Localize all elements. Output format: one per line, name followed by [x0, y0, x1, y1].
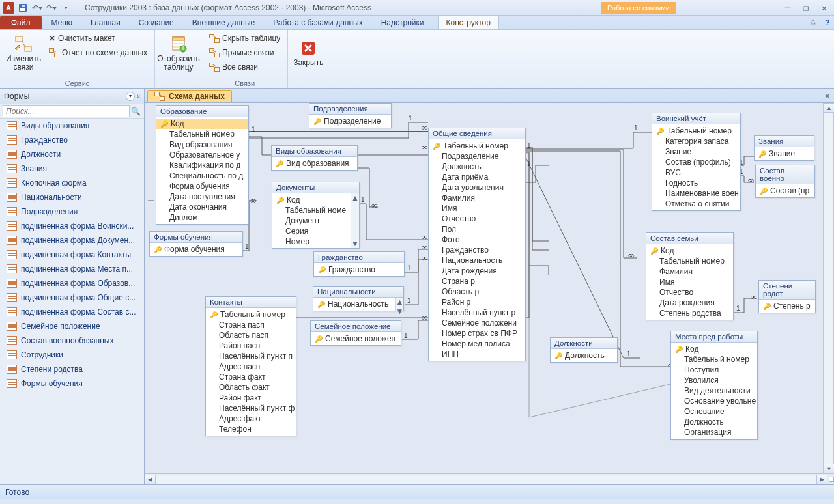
all-relations-button[interactable]: Все связи: [206, 60, 283, 74]
field[interactable]: Населённый пункт ф: [206, 403, 296, 413]
field[interactable]: Дата окончания: [156, 202, 248, 212]
table-documents[interactable]: Документы ▲▼ 🔑КодТабельный номеДокументС…: [272, 182, 360, 249]
field[interactable]: Дата увольнения: [429, 182, 525, 193]
field[interactable]: Уволился: [671, 375, 757, 385]
field[interactable]: Основание увольне: [671, 396, 757, 406]
tab-schema[interactable]: Схема данных: [147, 90, 232, 102]
field[interactable]: Дата приёма: [429, 172, 525, 182]
field[interactable]: 🔑Вид образования: [272, 158, 357, 169]
search-input[interactable]: [3, 105, 130, 117]
field[interactable]: Населённый пункт р: [429, 307, 525, 318]
field[interactable]: Отчество: [646, 287, 733, 298]
tab-close-icon[interactable]: ×: [825, 91, 830, 101]
field[interactable]: Категория запаса: [652, 136, 740, 147]
tab-file[interactable]: Файл: [0, 16, 42, 29]
field[interactable]: Звание: [652, 147, 740, 157]
nav-item[interactable]: подчиненная форма Состав с...: [0, 305, 144, 319]
show-table-button[interactable]: + Отобразить таблицу: [159, 31, 198, 74]
field[interactable]: Имя: [429, 203, 525, 214]
nav-item[interactable]: Должности: [0, 147, 144, 161]
field[interactable]: Должность: [671, 417, 757, 427]
field[interactable]: Дата рождения: [429, 266, 525, 276]
field[interactable]: 🔑Код: [671, 344, 757, 354]
field[interactable]: 🔑Табельный номер: [652, 126, 740, 136]
field[interactable]: Табельный номер: [646, 256, 733, 266]
field[interactable]: Наименование воен: [652, 188, 740, 199]
field[interactable]: Номер: [272, 236, 359, 247]
tab-addins[interactable]: Надстройки: [373, 16, 433, 29]
field[interactable]: Организация: [671, 427, 757, 438]
nav-item[interactable]: Степени родства: [0, 362, 144, 376]
field[interactable]: Серия: [272, 226, 359, 236]
nav-item[interactable]: Состав военнообязанных: [0, 333, 144, 348]
table-edu-types[interactable]: Виды образования 🔑Вид образования: [271, 145, 358, 171]
nav-item[interactable]: Гражданство: [0, 133, 144, 147]
nav-list[interactable]: Виды образованияГражданствоДолжностиЗван…: [0, 119, 144, 484]
undo-icon[interactable]: ↶▾: [31, 2, 43, 14]
nav-item[interactable]: Виды образования: [0, 119, 144, 133]
search-icon[interactable]: 🔍: [130, 107, 141, 116]
table-citizenship[interactable]: Гражданство 🔑Гражданство: [313, 251, 405, 277]
field[interactable]: Район факт: [206, 393, 296, 403]
field[interactable]: 🔑Звание: [755, 148, 814, 159]
field[interactable]: Отчество: [429, 214, 525, 224]
field[interactable]: Адрес пасп: [206, 361, 296, 372]
table-prev-jobs[interactable]: Места пред работы 🔑КодТабельный номерПос…: [670, 331, 758, 440]
table-positions[interactable]: Должности 🔑Должность: [550, 337, 618, 363]
minimize-button[interactable]: ─: [781, 3, 795, 13]
field[interactable]: Пол: [429, 224, 525, 234]
scroll-left-icon[interactable]: ◀: [145, 475, 156, 484]
field[interactable]: Район р: [429, 297, 525, 307]
field[interactable]: Поступил: [671, 365, 757, 375]
relationship-report-button[interactable]: Отчет по схеме данных: [46, 46, 151, 60]
nav-item[interactable]: подчиненная форма Докумен...: [0, 233, 144, 247]
table-contacts[interactable]: Контакты 🔑Табельный номерСтрана паспОбла…: [205, 296, 296, 436]
redo-icon[interactable]: ↷▾: [46, 2, 57, 14]
nav-item[interactable]: Формы обучения: [0, 376, 144, 391]
canvas-hscrollbar[interactable]: ◀ ▶: [145, 473, 834, 484]
field[interactable]: ИНН: [429, 349, 525, 359]
restore-button[interactable]: ❐: [799, 3, 813, 13]
field[interactable]: Специальность по д: [156, 171, 248, 181]
table-kinship[interactable]: Степени родст 🔑Степень р: [758, 280, 816, 313]
edit-relationships-button[interactable]: Изменить связи: [4, 31, 43, 74]
tab-create[interactable]: Создание: [130, 16, 182, 29]
field[interactable]: Область факт: [206, 382, 296, 393]
field[interactable]: 🔑Табельный номер: [429, 141, 525, 151]
nav-item[interactable]: Подразделения: [0, 204, 144, 219]
field[interactable]: Область пасп: [206, 330, 296, 341]
field[interactable]: 🔑Состав (пр: [756, 186, 814, 196]
table-edu-forms[interactable]: Формы обучения 🔑Форма обучения: [149, 231, 243, 257]
field[interactable]: Дата поступления: [156, 191, 248, 202]
field[interactable]: 🔑Код: [272, 195, 359, 205]
field[interactable]: Должность: [429, 161, 525, 172]
table-departments[interactable]: Подразделения 🔑Подразделение: [309, 103, 392, 128]
field[interactable]: Форма обучения: [156, 181, 248, 191]
field[interactable]: Фото: [429, 234, 525, 245]
field[interactable]: 🔑Подразделение: [309, 116, 391, 126]
field[interactable]: Диплом: [156, 212, 248, 223]
nav-item[interactable]: Национальности: [0, 190, 144, 204]
field[interactable]: Фамилия: [646, 266, 733, 277]
table-military-comp[interactable]: Состав военно 🔑Состав (пр: [755, 165, 815, 198]
field[interactable]: Вид деятельности: [671, 385, 757, 396]
close-designer-button[interactable]: Закрыть: [292, 31, 324, 74]
table-ranks[interactable]: Звания 🔑Звание: [754, 135, 814, 161]
field[interactable]: Подразделение: [429, 151, 525, 161]
field[interactable]: ВУС: [652, 167, 740, 178]
nav-collapse-icon[interactable]: «: [136, 92, 140, 100]
field[interactable]: 🔑Код: [156, 119, 248, 129]
tab-dbtools[interactable]: Работа с базами данных: [265, 16, 371, 29]
scroll-right-icon[interactable]: ▶: [816, 475, 827, 484]
field[interactable]: Табельный номер: [156, 129, 248, 139]
field[interactable]: 🔑Гражданство: [314, 264, 404, 275]
relationships-canvas[interactable]: 1 ∞ 1 ∞ 1 ∞ 1 ∞ 1 ∞ 1 ∞ 1 ∞ 1 1 ∞ 1 1 ∞ …: [145, 103, 834, 473]
field[interactable]: Номер страх св ПФР: [429, 328, 525, 339]
nav-item[interactable]: Семейное положение: [0, 319, 144, 333]
field[interactable]: Национальность: [429, 255, 525, 266]
nav-header[interactable]: Формы ▾ «: [0, 89, 144, 104]
nav-item[interactable]: подчиненная форма Места п...: [0, 262, 144, 276]
tab-menu[interactable]: Меню: [43, 16, 81, 29]
field[interactable]: Страна р: [429, 276, 525, 287]
field[interactable]: Адрес факт: [206, 413, 296, 424]
